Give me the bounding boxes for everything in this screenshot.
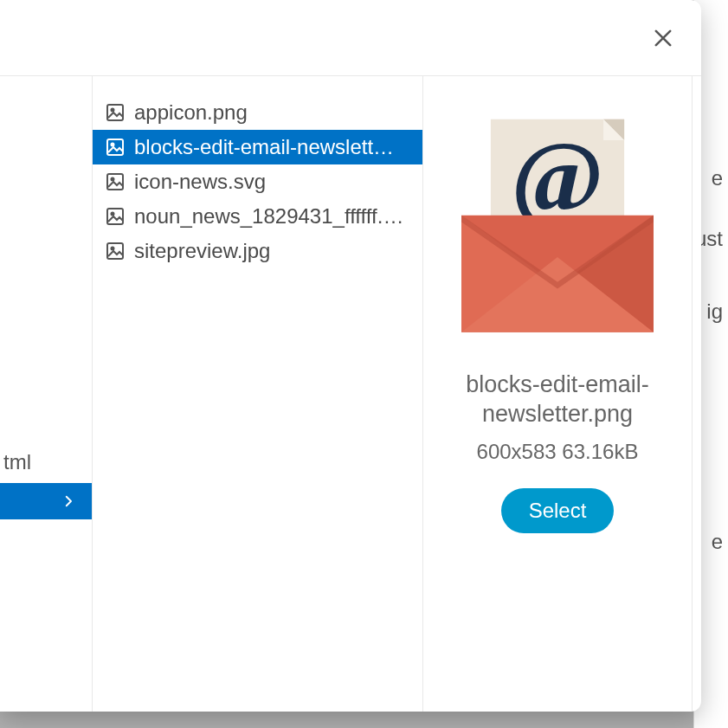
file-list: appicon.png blocks-edit-email-newslett… … [92,76,423,712]
bg-left-selected-row[interactable] [0,483,92,519]
bg-left-label: tml [0,450,92,483]
file-item-appicon[interactable]: appicon.png [93,95,422,130]
preview-meta: 600x583 63.16kB [477,440,639,464]
bg-fragment: e [712,530,723,554]
close-button[interactable] [649,24,677,52]
file-label: icon-news.svg [134,170,266,194]
svg-rect-8 [107,243,123,259]
svg-rect-6 [107,209,123,224]
preview-panel: @ blocks-edit-email-newsletter.png 600x5… [423,76,693,712]
close-icon [651,26,675,50]
modal-header [0,0,701,76]
svg-point-5 [112,178,114,181]
preview-image: @ [441,111,674,345]
background-left-partial: tml [0,450,92,519]
bg-fragment: e [712,166,723,190]
email-envelope-icon: @ [441,115,674,340]
svg-point-9 [112,248,114,250]
image-icon [105,171,126,192]
preview-filename: blocks-edit-email-newsletter.png [441,370,674,429]
svg-rect-2 [107,139,123,155]
file-item-sitepreview[interactable]: sitepreview.jpg [93,234,422,268]
svg-point-1 [112,109,114,112]
svg-point-7 [112,213,114,216]
chevron-right-icon [61,493,76,509]
file-label: sitepreview.jpg [134,239,270,263]
image-icon [105,137,126,158]
svg-rect-0 [107,105,123,120]
svg-rect-4 [107,174,123,190]
image-icon [105,206,126,227]
select-button[interactable]: Select [501,488,615,533]
file-label: appicon.png [134,100,248,125]
file-item-icon-news[interactable]: icon-news.svg [93,164,422,199]
file-item-noun-news[interactable]: noun_news_1829431_ffffff.… [93,199,422,234]
svg-point-3 [112,144,114,146]
file-picker-modal: appicon.png blocks-edit-email-newslett… … [0,0,701,712]
file-label: noun_news_1829431_ffffff.… [134,204,403,229]
file-label: blocks-edit-email-newslett… [134,135,394,159]
bg-fragment: ig [706,300,723,324]
image-icon [105,102,126,123]
file-item-blocks-edit[interactable]: blocks-edit-email-newslett… [93,130,422,164]
modal-body: appicon.png blocks-edit-email-newslett… … [0,76,701,712]
image-icon [105,241,126,261]
